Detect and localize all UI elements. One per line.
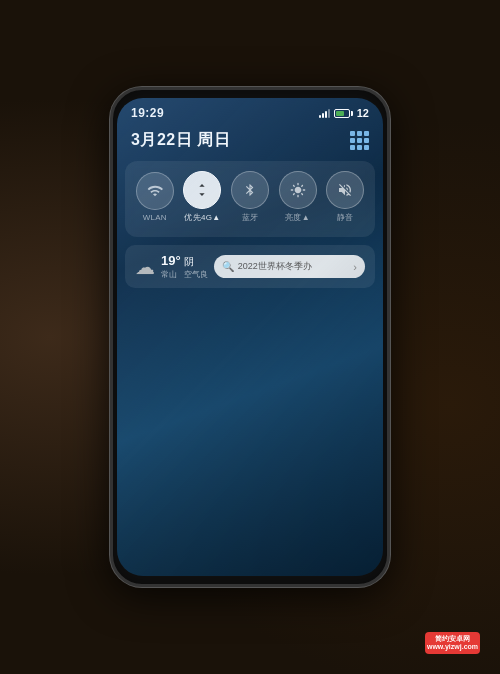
cloud-icon: ☁ <box>135 255 155 279</box>
wifi-label: WLAN <box>143 213 167 222</box>
app-grid-icon[interactable] <box>350 131 369 150</box>
date-text: 3月22日 周日 <box>131 130 230 151</box>
toggle-data[interactable]: 优先4G▲ <box>180 171 224 223</box>
phone-shell: 19:29 12 3月22日 周日 <box>110 87 390 587</box>
toggle-wifi[interactable]: WLAN <box>133 172 177 222</box>
watermark: 简约安卓网 www.yizwj.com <box>425 632 480 654</box>
weather-details: 19° 阴 常山 空气良 <box>161 253 208 280</box>
status-right: 12 <box>319 107 369 119</box>
date-header: 3月22日 周日 <box>117 124 383 161</box>
phone-screen: 19:29 12 3月22日 周日 <box>117 98 383 576</box>
temperature: 19° 阴 <box>161 253 208 269</box>
status-time: 19:29 <box>131 106 164 120</box>
search-query: 2022世界杯冬季办 <box>238 260 350 273</box>
toggle-bluetooth[interactable]: 蓝牙 <box>228 171 272 223</box>
search-arrow-icon: › <box>353 261 357 273</box>
info-row: ☁ 19° 阴 常山 空气良 🔍 2022世界杯冬季办 › <box>125 245 375 288</box>
bluetooth-circle <box>231 171 269 209</box>
watermark-text: 简约安卓网 www.yizwj.com <box>427 635 478 652</box>
weather-location: 常山 空气良 <box>161 269 208 280</box>
brightness-label: 亮度▲ <box>285 212 310 223</box>
battery-number: 12 <box>357 107 369 119</box>
toggle-mute[interactable]: 静音 <box>323 171 367 223</box>
wifi-circle <box>136 172 174 210</box>
mute-label: 静音 <box>337 212 354 223</box>
data-circle <box>183 171 221 209</box>
search-icon: 🔍 <box>222 261 234 272</box>
battery-icon <box>334 109 353 118</box>
data-label: 优先4G▲ <box>184 212 220 223</box>
mute-circle <box>326 171 364 209</box>
toggles-row: WLAN 优先4G▲ 蓝牙 <box>131 171 369 223</box>
status-bar: 19:29 12 <box>117 98 383 124</box>
brightness-circle <box>279 171 317 209</box>
bluetooth-label: 蓝牙 <box>242 212 259 223</box>
weather-section: ☁ 19° 阴 常山 空气良 <box>135 253 208 280</box>
signal-icon <box>319 108 330 118</box>
search-bar[interactable]: 🔍 2022世界杯冬季办 › <box>214 255 365 278</box>
toggle-brightness[interactable]: 亮度▲ <box>276 171 320 223</box>
quick-toggles-panel: WLAN 优先4G▲ 蓝牙 <box>125 161 375 237</box>
